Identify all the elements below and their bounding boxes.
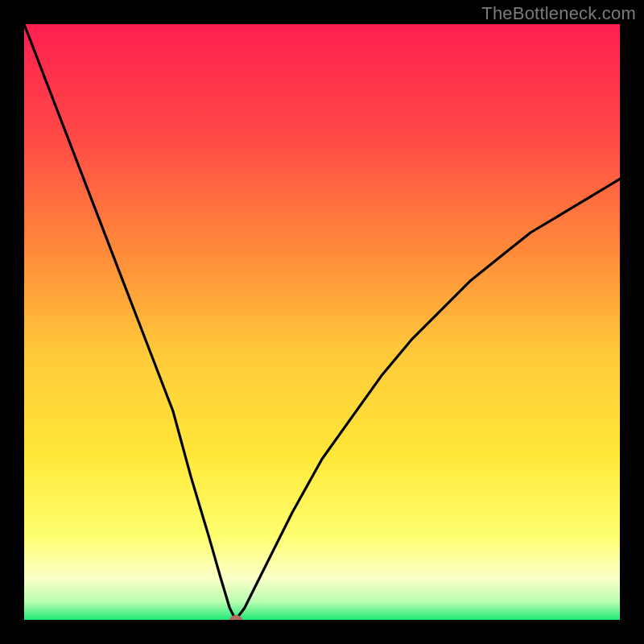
minimum-marker-icon [229, 615, 242, 620]
chart-frame: TheBottleneck.com [0, 0, 644, 644]
plot-area [24, 24, 620, 620]
curve-svg [24, 24, 620, 620]
bottleneck-curve [24, 24, 620, 620]
watermark-text: TheBottleneck.com [481, 3, 636, 24]
